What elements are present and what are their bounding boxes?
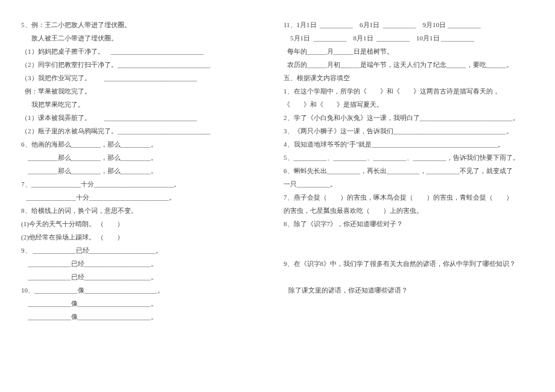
text-line: 9、 _____________已经____________________。	[21, 244, 262, 257]
text-line: （3）我把作业写完了。 ____________________________	[21, 71, 262, 84]
text-line: （2）同学们把教室打扫干净了。_________________________…	[21, 58, 262, 71]
text-line: 8、除了《识字7》，你还知道哪些对子？	[284, 217, 534, 230]
text-line	[284, 244, 534, 257]
text-line: 5、例：王二小把敌人带进了埋伏圈。	[21, 18, 262, 31]
text-line: 9、在《识字8》中，我们学了很多有关大自然的谚语，你从中学到了哪些知识？	[284, 257, 534, 270]
text-line: （2）瓶子里的水被乌鸦喝完了。_________________________…	[21, 124, 262, 138]
text-line: 7、燕子会捉（ ）的害虫，啄木鸟会捉（ ）的害虫，青蛙会捉（ ）	[284, 191, 534, 204]
text-line: (2)他经常在操场上踢球。 （ ）	[21, 230, 262, 244]
text-line: （1）课本被我弄脏了。 ____________________________	[21, 111, 262, 124]
text-line: 6、蝌蚪先长出__________，再长出__________，________…	[284, 164, 534, 177]
text-line: 五、根据课文内容填空	[284, 71, 534, 84]
text-line: 一只__________。	[284, 177, 534, 191]
text-line: 《 》和《 》是描写夏天。	[284, 98, 534, 111]
text-line: _________那么_________，那么_________。	[21, 164, 262, 177]
text-line	[284, 310, 534, 323]
right-column: 11、1月1日 __________ 6月1日 __________ 9月10日…	[278, 18, 534, 374]
text-line	[284, 270, 534, 283]
text-line: _________那么_________，那么_________。	[21, 151, 262, 164]
text-line: 的害虫，七星瓢虫最喜欢吃（ ）上的害虫。	[284, 204, 534, 217]
text-line: 4、我知道地球爷爷的"手"就是_________________________…	[284, 138, 534, 151]
text-line: _____________像______________________。	[21, 297, 262, 310]
text-line: 例：苹果被我吃完了。	[21, 84, 262, 98]
text-line: 5、__________、__________、__________、_____…	[284, 151, 534, 164]
text-line: _______________十分_______________________…	[21, 191, 262, 204]
text-line: 除了课文里的谚语，你还知道哪些谚语？	[284, 283, 534, 297]
text-line: 敌人被王二小带进了埋伏圈。	[21, 31, 262, 45]
text-line: 我把苹果吃完了。	[21, 98, 262, 111]
text-line: (1)今天的天气十分晴朗。 （ ）	[21, 217, 262, 230]
text-line: 每年的______月______日是植树节。	[284, 45, 534, 58]
text-line: 8、给横线上的词，换个词，意思不变。	[21, 204, 262, 217]
text-line: 农历的______月初______是端午节，这天人们为了纪念______，要吃_…	[284, 58, 534, 71]
text-line	[284, 230, 534, 244]
text-line: 11、1月1日 __________ 6月1日 __________ 9月10日…	[284, 18, 534, 31]
text-line: 7、_______________十分_____________________…	[21, 177, 262, 191]
text-line: _____________已经____________________。	[21, 270, 262, 283]
text-line: _____________像______________________。	[21, 310, 262, 323]
text-line: 2、学了《小白兔和小灰兔》这一课，我明白了___________________…	[284, 111, 534, 124]
text-line: （1）妈妈把桌子擦干净了。 __________________________…	[21, 45, 262, 58]
text-line: 6、他画的海那么_________，那么_________。	[21, 138, 262, 151]
text-line: _____________已经____________________。	[21, 257, 262, 270]
left-column: 5、例：王二小把敌人带进了埋伏圈。 敌人被王二小带进了埋伏圈。 （1）妈妈把桌子…	[21, 18, 278, 374]
text-line: 3、《两只小狮子》这一课，告诉我们_______________________…	[284, 124, 534, 138]
text-line: 5月1日 __________ 8月1日 __________ 10月1日 __…	[284, 31, 534, 45]
text-line: 1、在这个学期中，所学的《 》和《 》这两首古诗是描写春天的，	[284, 84, 534, 98]
text-line	[284, 297, 534, 310]
text-line: 10、_____________像______________________。	[21, 283, 262, 297]
